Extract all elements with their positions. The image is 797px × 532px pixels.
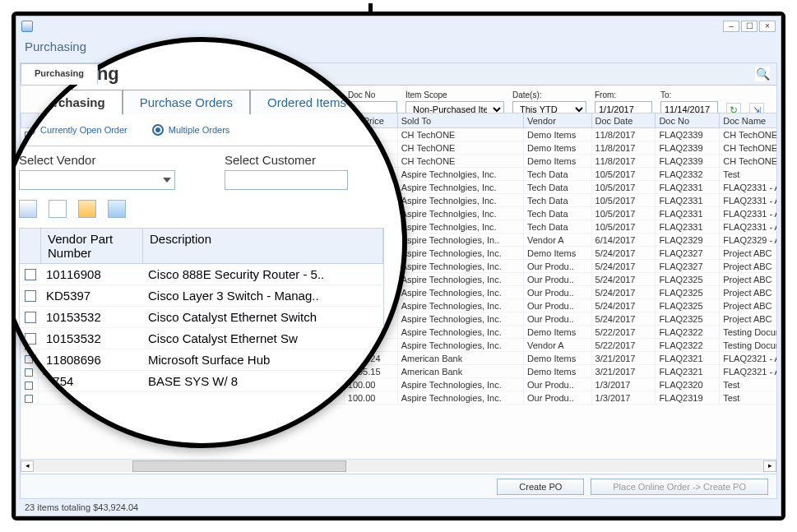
item-scope-label: Item Scope xyxy=(405,90,504,99)
scroll-right-button[interactable]: ▸ xyxy=(763,460,776,472)
column-header[interactable]: Doc Date xyxy=(591,113,656,128)
column-header[interactable]: Vendor xyxy=(523,113,591,128)
row-checkbox[interactable] xyxy=(25,333,36,345)
column-header[interactable]: Sold To xyxy=(397,113,523,128)
window-maximize-button[interactable]: ☐ xyxy=(741,21,758,32)
window-close-button[interactable]: × xyxy=(759,21,776,32)
place-online-order-button: Place Online Order -> Create PO xyxy=(591,479,768,495)
row-checkbox[interactable] xyxy=(25,312,36,323)
select-vendor-dropdown[interactable] xyxy=(19,170,175,190)
select-all-icon[interactable] xyxy=(49,200,67,218)
column-chooser-icon[interactable] xyxy=(19,200,37,218)
row-checkbox[interactable] xyxy=(25,368,33,377)
radio-currently-open[interactable]: Currently Open Order xyxy=(24,124,127,136)
tab-purchasing[interactable]: Purchasing xyxy=(21,63,98,85)
column-header[interactable]: Doc No xyxy=(656,113,720,128)
clipboard-icon[interactable] xyxy=(78,200,96,218)
row-checkbox[interactable] xyxy=(25,395,33,403)
select-vendor-label: Select Vendor xyxy=(19,153,175,167)
column-header[interactable]: Doc Name xyxy=(720,113,776,128)
select-customer-label: Select Customer xyxy=(225,153,348,167)
to-label: To: xyxy=(660,90,718,99)
mag-toolbar xyxy=(19,200,384,218)
collapse-icon[interactable] xyxy=(108,200,126,218)
magnifier-callout: Purchasing Purchasing Purchase Orders Or… xyxy=(12,37,407,448)
mag-header-vpn[interactable]: Vendor Part Number xyxy=(41,229,143,263)
app-icon xyxy=(21,21,33,32)
scroll-thumb[interactable] xyxy=(132,460,346,472)
mag-list-item[interactable]: 11808696Microsoft Surface Hub xyxy=(19,349,384,371)
row-checkbox[interactable] xyxy=(25,290,36,302)
action-bar: Create PO Place Online Order -> Create P… xyxy=(21,474,776,498)
mag-tab-purchase-orders[interactable]: Purchase Orders xyxy=(123,90,250,114)
scroll-left-button[interactable]: ◂ xyxy=(21,460,34,472)
select-customer-input[interactable] xyxy=(225,170,348,190)
mag-header-desc[interactable]: Description xyxy=(143,229,383,263)
from-label: From: xyxy=(595,90,652,99)
mag-list-item[interactable]: 10116908Cisco 888E Security Router - 5.. xyxy=(19,264,384,285)
mag-list-item[interactable]: 10153532Cisco Catalyst Ethernet Sw xyxy=(19,328,384,349)
row-checkbox[interactable] xyxy=(25,269,36,280)
doc-no-label: Doc No xyxy=(348,90,397,99)
row-checkbox[interactable] xyxy=(25,382,33,390)
create-po-button[interactable]: Create PO xyxy=(497,479,584,495)
horizontal-scrollbar[interactable]: ◂ ▸ xyxy=(21,459,776,472)
dates-label: Date(s): xyxy=(512,90,586,99)
mag-list-item[interactable]: 10153532Cisco Catalyst Ethernet Switch xyxy=(19,307,384,328)
radio-icon xyxy=(152,124,164,136)
titlebar: – ☐ × xyxy=(16,16,781,36)
mag-list-item[interactable]: KD5397Cisco Layer 3 Switch - Manag.. xyxy=(19,285,384,307)
window-minimize-button[interactable]: – xyxy=(723,21,739,32)
chevron-down-icon xyxy=(163,178,171,183)
radio-multiple-orders[interactable]: Multiple Orders xyxy=(152,124,230,136)
mag-grid-header: Vendor Part Number Description xyxy=(19,228,384,264)
status-bar: 23 items totaling $43,924.04 xyxy=(20,501,777,514)
search-icon[interactable]: 🔍 xyxy=(755,67,770,81)
mag-list-item[interactable]: 3754BASE SYS W/ 8 xyxy=(19,371,384,392)
